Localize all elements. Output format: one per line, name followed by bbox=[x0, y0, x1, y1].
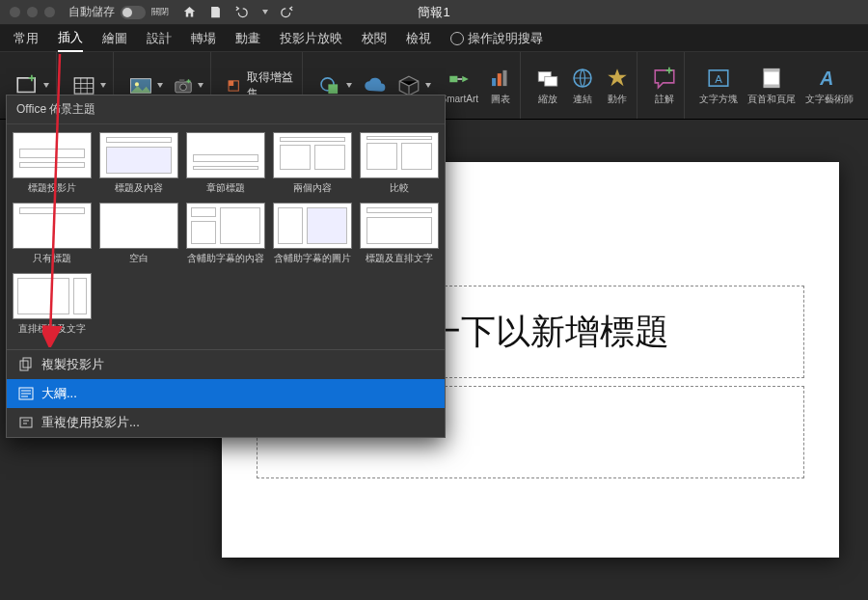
wordart-label: 文字藝術師 bbox=[805, 93, 854, 106]
tab-draw[interactable]: 繪圖 bbox=[102, 26, 127, 51]
autosave-label: 自動儲存 bbox=[68, 4, 115, 20]
chevron-down-icon[interactable] bbox=[425, 83, 431, 88]
action-button[interactable]: 動作 bbox=[602, 64, 633, 108]
smartart-icon bbox=[447, 67, 472, 92]
comment-label: 註解 bbox=[655, 93, 674, 106]
star-icon bbox=[605, 66, 630, 91]
action-label: 動作 bbox=[608, 93, 627, 106]
smartart-label: SmartArt bbox=[441, 94, 478, 104]
textbox-icon: A bbox=[706, 66, 731, 91]
duplicate-icon bbox=[18, 357, 34, 372]
chart-label: 圖表 bbox=[491, 93, 510, 106]
tab-review[interactable]: 校閱 bbox=[362, 26, 387, 51]
layout-two-content[interactable]: 兩個內容 bbox=[271, 130, 354, 197]
textbox-button[interactable]: A 文字方塊 bbox=[696, 64, 741, 108]
zoom-button[interactable]: 縮放 bbox=[532, 64, 563, 108]
layout-comparison[interactable]: 比較 bbox=[358, 130, 441, 197]
svg-rect-12 bbox=[492, 78, 496, 86]
outline-icon bbox=[18, 386, 34, 401]
headerfooter-button[interactable]: 頁首和頁尾 bbox=[745, 64, 799, 108]
svg-rect-16 bbox=[545, 76, 557, 86]
save-icon[interactable] bbox=[208, 5, 223, 19]
layout-section-header[interactable]: 章節標題 bbox=[184, 130, 267, 197]
home-icon[interactable] bbox=[182, 5, 197, 19]
autosave-toggle[interactable]: 自動儲存 關閉 bbox=[68, 4, 169, 20]
title-bar: 自動儲存 關閉 簡報1 bbox=[0, 0, 868, 25]
svg-rect-27 bbox=[20, 418, 32, 427]
svg-rect-11 bbox=[450, 76, 458, 83]
tell-me-label: 操作說明搜尋 bbox=[468, 30, 543, 47]
close-window-button[interactable] bbox=[10, 7, 20, 17]
toggle-switch-icon[interactable] bbox=[121, 6, 146, 19]
reuse-slides-item[interactable]: 重複使用投影片... bbox=[7, 408, 445, 437]
chart-button[interactable]: 圖表 bbox=[485, 64, 516, 108]
wordart-icon: A bbox=[817, 66, 842, 91]
textbox-label: 文字方塊 bbox=[699, 93, 738, 106]
svg-rect-24 bbox=[20, 361, 28, 370]
lightbulb-icon bbox=[450, 32, 464, 45]
layout-picture-caption[interactable]: 含輔助字幕的圖片 bbox=[271, 201, 354, 267]
undo-icon[interactable] bbox=[234, 5, 249, 19]
svg-rect-1 bbox=[74, 77, 94, 93]
reuse-label: 重複使用投影片... bbox=[41, 414, 140, 431]
svg-rect-22 bbox=[764, 84, 779, 87]
camera-icon bbox=[173, 75, 194, 96]
chevron-down-icon[interactable] bbox=[43, 83, 49, 88]
layout-title-slide[interactable]: 標題投影片 bbox=[11, 130, 94, 197]
maximize-window-button[interactable] bbox=[44, 7, 55, 17]
layout-title-only[interactable]: 只有標題 bbox=[11, 201, 94, 267]
ribbon-group-comment: 註解 bbox=[645, 52, 685, 119]
redo-icon[interactable] bbox=[280, 5, 294, 19]
tab-insert[interactable]: 插入 bbox=[58, 25, 83, 52]
svg-rect-6 bbox=[179, 79, 185, 82]
outline-label: 大綱... bbox=[41, 385, 77, 402]
autosave-state: 關閉 bbox=[151, 6, 169, 18]
quick-access-toolbar bbox=[182, 5, 294, 19]
tab-animations[interactable]: 動畫 bbox=[235, 26, 260, 51]
tab-design[interactable]: 設計 bbox=[147, 26, 172, 51]
zoom-label: 縮放 bbox=[538, 93, 557, 106]
svg-rect-14 bbox=[502, 69, 506, 85]
svg-rect-13 bbox=[498, 73, 502, 86]
reuse-icon bbox=[18, 415, 34, 430]
link-label: 連結 bbox=[573, 93, 592, 106]
svg-text:A: A bbox=[819, 67, 833, 88]
chevron-down-icon[interactable] bbox=[198, 83, 203, 88]
link-button[interactable]: 連結 bbox=[567, 64, 598, 108]
addins-icon bbox=[226, 76, 241, 95]
svg-point-5 bbox=[180, 83, 187, 90]
svg-rect-21 bbox=[764, 68, 779, 71]
tab-view[interactable]: 檢視 bbox=[406, 26, 431, 51]
new-slide-dropdown: Office 佈景主題 標題投影片 標題及內容 章節標題 兩個內容 比較 只有標… bbox=[6, 95, 446, 438]
duplicate-slides-item[interactable]: 複製投影片 bbox=[7, 350, 445, 379]
layout-blank[interactable]: 空白 bbox=[97, 201, 180, 267]
chevron-down-icon[interactable] bbox=[157, 83, 163, 88]
svg-text:A: A bbox=[715, 72, 722, 84]
tab-home[interactable]: 常用 bbox=[14, 26, 39, 51]
chevron-down-icon[interactable] bbox=[100, 83, 106, 88]
comment-icon bbox=[652, 66, 677, 91]
layout-content-caption[interactable]: 含輔助字幕的內容 bbox=[184, 201, 267, 267]
layout-title-vertical-text[interactable]: 標題及直排文字 bbox=[358, 201, 441, 267]
duplicate-label: 複製投影片 bbox=[41, 356, 104, 373]
chart-icon bbox=[488, 66, 513, 91]
window-controls[interactable] bbox=[0, 7, 55, 17]
svg-rect-10 bbox=[328, 84, 338, 94]
layout-vertical-title-text[interactable]: 直排標題及文字 bbox=[11, 271, 94, 338]
svg-point-3 bbox=[135, 82, 139, 86]
layout-title-content[interactable]: 標題及內容 bbox=[97, 130, 180, 197]
minimize-window-button[interactable] bbox=[27, 7, 38, 17]
tab-transitions[interactable]: 轉場 bbox=[191, 26, 216, 51]
chevron-down-icon[interactable] bbox=[346, 83, 352, 88]
tab-slideshow[interactable]: 投影片放映 bbox=[280, 26, 342, 51]
slides-from-outline-item[interactable]: 大綱... bbox=[7, 379, 445, 408]
tell-me-search[interactable]: 操作說明搜尋 bbox=[450, 30, 543, 47]
wordart-button[interactable]: A 文字藝術師 bbox=[802, 64, 856, 108]
headerfooter-label: 頁首和頁尾 bbox=[747, 93, 796, 106]
ribbon-group-text: A 文字方塊 頁首和頁尾 A 文字藝術師 bbox=[692, 52, 860, 119]
svg-rect-25 bbox=[23, 358, 31, 368]
dropdown-header: Office 佈景主題 bbox=[7, 95, 445, 124]
document-title: 簡報1 bbox=[418, 4, 449, 21]
comment-button[interactable]: 註解 bbox=[649, 64, 680, 108]
undo-dropdown-icon[interactable] bbox=[262, 10, 268, 14]
